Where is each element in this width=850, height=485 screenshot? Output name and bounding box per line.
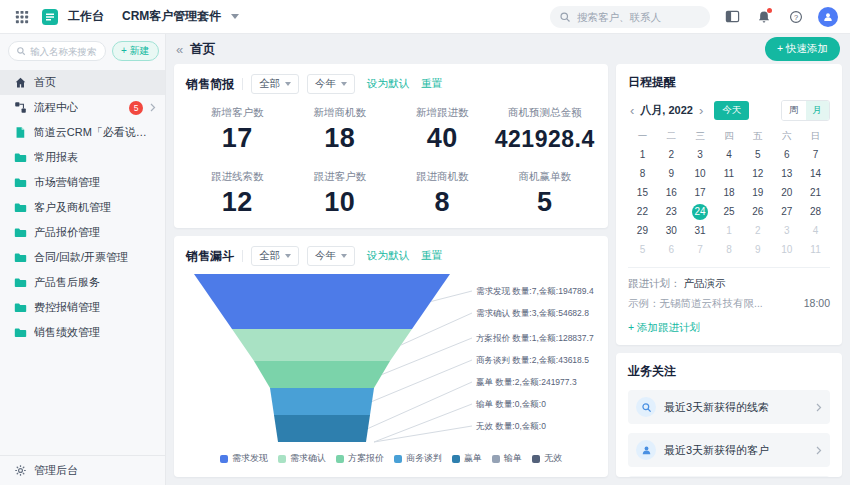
focus-item-2[interactable]: 正在跟进的商机9 [628,476,830,477]
calendar-day[interactable]: 1 [628,145,657,164]
svg-text:无效 数量:0,金额:0: 无效 数量:0,金额:0 [476,421,546,431]
notifications-bell-icon[interactable] [754,7,774,27]
next-month-icon[interactable]: › [697,104,705,117]
calendar-day[interactable]: 11 [801,240,830,259]
add-followup-link[interactable]: + 添加跟进计划 [628,321,830,335]
admin-console-link[interactable]: 管理后台 [0,455,165,485]
sidebar-item-1[interactable]: 流程中心5 [0,95,165,120]
sidebar-item-10[interactable]: 销售绩效管理 [0,320,165,345]
legend-item-0[interactable]: 需求发现 [220,452,268,465]
workspace-label[interactable]: 工作台 [68,8,104,25]
brief-reset-link[interactable]: 重置 [421,77,442,91]
calendar-day[interactable]: 8 [715,240,744,259]
calendar-day[interactable]: 13 [772,164,801,183]
legend-item-5[interactable]: 输单 [492,452,522,465]
legend-item-2[interactable]: 方案报价 [336,452,384,465]
new-button[interactable]: + 新建 [112,41,159,61]
calendar-day[interactable]: 19 [743,183,772,202]
sidebar-item-7[interactable]: 合同/回款/开票管理 [0,245,165,270]
quick-add-button[interactable]: + 快速添加 [765,37,840,61]
sidebar-item-4[interactable]: 市场营销管理 [0,170,165,195]
legend-item-4[interactable]: 赢单 [452,452,482,465]
sidebar-item-2[interactable]: 简道云CRM「必看说明」 [0,120,165,145]
prev-month-icon[interactable]: ‹ [628,104,636,117]
sidebar-item-9[interactable]: 费控报销管理 [0,295,165,320]
calendar-day[interactable]: 6 [772,145,801,164]
sidebar-search[interactable] [8,41,106,61]
legend-item-6[interactable]: 无效 [532,452,562,465]
calendar-day[interactable]: 24 [686,202,715,221]
calendar-day[interactable]: 14 [801,164,830,183]
brief-set-default-link[interactable]: 设为默认 [367,77,409,91]
calendar-day[interactable]: 7 [686,240,715,259]
calendar-day[interactable]: 4 [715,145,744,164]
sidebar-item-5[interactable]: 客户及商机管理 [0,195,165,220]
calendar-day[interactable]: 2 [657,145,686,164]
business-focus-title: 业务关注 [628,363,830,380]
calendar-day[interactable]: 12 [743,164,772,183]
calendar-day[interactable]: 9 [657,164,686,183]
today-button[interactable]: 今天 [714,101,749,120]
calendar-day[interactable]: 3 [686,145,715,164]
funnel-reset-link[interactable]: 重置 [421,249,442,263]
global-search[interactable] [550,6,710,28]
global-search-input[interactable] [577,11,692,23]
sidebar-item-6[interactable]: 产品报价管理 [0,220,165,245]
calendar-day[interactable]: 5 [628,240,657,259]
sidebar-search-input[interactable] [30,46,98,57]
app-title[interactable]: CRM客户管理套件 [122,8,221,25]
calendar-day[interactable]: 18 [715,183,744,202]
calendar-day[interactable]: 27 [772,202,801,221]
calendar-day[interactable]: 31 [686,221,715,240]
calendar-day[interactable]: 30 [657,221,686,240]
calendar-day[interactable]: 15 [628,183,657,202]
funnel-scope-select[interactable]: 全部 [251,246,299,266]
panel-toggle-icon[interactable] [722,7,742,27]
focus-item-0[interactable]: 最近3天新获得的线索 [628,390,830,424]
calendar-day[interactable]: 26 [743,202,772,221]
calendar-day[interactable]: 28 [801,202,830,221]
calendar-day[interactable]: 2 [743,221,772,240]
followup-plan-item[interactable]: 跟进计划： 产品演示 [628,277,830,291]
followup-plan-title: 产品演示 [684,277,726,291]
collapse-sidebar-icon[interactable]: « [176,42,183,57]
calendar-day[interactable]: 23 [657,202,686,221]
calendar-day[interactable]: 4 [801,221,830,240]
brief-scope-select[interactable]: 全部 [251,74,299,94]
calendar-day[interactable]: 5 [743,145,772,164]
calendar-day[interactable]: 21 [801,183,830,202]
calendar-day[interactable]: 10 [686,164,715,183]
sidebar-item-8[interactable]: 产品售后服务 [0,270,165,295]
calendar-day[interactable]: 25 [715,202,744,221]
app-shell: + 新建 首页流程中心5简道云CRM「必看说明」常用报表市场营销管理客户及商机管… [0,34,850,485]
calendar-day[interactable]: 16 [657,183,686,202]
calendar-day[interactable]: 3 [772,221,801,240]
week-view-toggle[interactable]: 周 [782,101,806,120]
calendar-day[interactable]: 17 [686,183,715,202]
legend-item-1[interactable]: 需求确认 [278,452,326,465]
legend-item-3[interactable]: 商务谈判 [394,452,442,465]
user-avatar[interactable] [818,7,838,27]
sidebar-item-3[interactable]: 常用报表 [0,145,165,170]
calendar-day[interactable]: 6 [657,240,686,259]
focus-item-1[interactable]: 最近3天新获得的客户 [628,433,830,467]
stat-cell-0: 新增客户数17 [186,106,289,154]
month-view-toggle[interactable]: 月 [806,101,830,120]
calendar-day[interactable]: 9 [743,240,772,259]
calendar-day[interactable]: 11 [715,164,744,183]
chevron-down-icon[interactable] [231,14,239,19]
brief-time-select[interactable]: 今年 [307,74,355,94]
calendar-day[interactable]: 29 [628,221,657,240]
calendar-day[interactable]: 20 [772,183,801,202]
calendar-day[interactable]: 8 [628,164,657,183]
funnel-set-default-link[interactable]: 设为默认 [367,249,409,263]
sidebar-item-0[interactable]: 首页 [0,70,165,95]
help-icon[interactable]: ? [786,7,806,27]
apps-grid-icon[interactable] [12,7,32,27]
calendar-day[interactable]: 22 [628,202,657,221]
calendar-day[interactable]: 7 [801,145,830,164]
calendar-day[interactable]: 1 [715,221,744,240]
calendar-day[interactable]: 10 [772,240,801,259]
folder-icon [14,301,27,314]
funnel-time-select[interactable]: 今年 [307,246,355,266]
